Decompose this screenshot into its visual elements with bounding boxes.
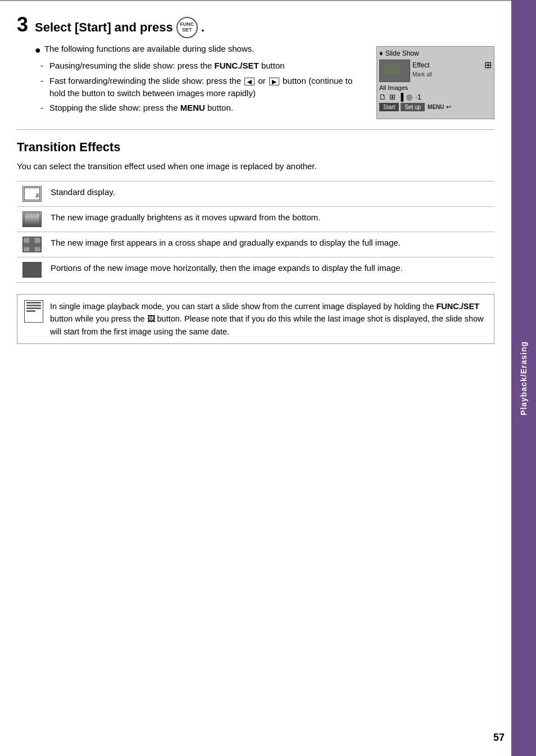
step-text-col: ● The following functions are available … [35, 44, 367, 117]
table-row: Portions of the new image move horizonta… [17, 257, 494, 282]
cam-icon-5: ·1 [415, 93, 421, 101]
svg-rect-6 [31, 214, 34, 215]
table-cell-text: Portions of the new image move horizonta… [45, 257, 494, 282]
icon-cell: ✕ [17, 181, 45, 206]
bullet-text: The following functions are available du… [44, 44, 255, 53]
cam-menu-btn: MENU [428, 104, 444, 110]
section-title: Transition Effects [17, 140, 494, 155]
step-content-row: ● The following functions are available … [35, 44, 494, 119]
note-line3 [26, 307, 41, 309]
cam-return-icon: ↩ [446, 103, 451, 111]
sidebar: Playback/Erasing [511, 0, 536, 756]
icon-cell [17, 257, 45, 282]
standard-icon: ✕ [22, 186, 42, 202]
bullet-dot: ● [35, 44, 41, 56]
svg-text:✕: ✕ [35, 194, 39, 200]
cam-right-col: Effect ⊞ Mark all [412, 60, 492, 82]
step-title-text: Select [Start] and press [35, 20, 173, 35]
note-box: In single image playback mode, you can s… [17, 294, 494, 345]
icon-cell [17, 232, 45, 257]
step-number: 3 [17, 15, 28, 35]
cam-all-images: All Images [379, 84, 492, 91]
cam-icon-2: ⊞ [389, 93, 396, 101]
transition-section: Transition Effects You can select the tr… [17, 140, 494, 344]
note-text-middle: button while you press the [50, 314, 144, 323]
dash-list: Pausing/resuming the slide show: press t… [40, 60, 367, 114]
cam-icon-4: ◎ [406, 93, 412, 101]
cam-icons-row: 🗋 ⊞ ▐ ◎ ·1 [379, 93, 492, 101]
horizontal-icon [22, 262, 42, 278]
effect-text-0: Standard display. [51, 187, 115, 197]
cam-effect-icon: ⊞ [484, 60, 492, 70]
sidebar-label: Playback/Erasing [519, 341, 528, 415]
step-section: 3 Select [Start] and press FUNCSET . ● T… [17, 17, 494, 130]
dash3-before: Stopping the slide show: press the [49, 103, 178, 112]
cam-mark-all: Mark all [412, 71, 492, 78]
cam-effect-row: Effect ⊞ [412, 60, 492, 70]
func-set-button-icon: FUNCSET [176, 17, 198, 38]
right-arrow-btn: ▶ [269, 78, 279, 85]
dash-item-1: Pausing/resuming the slide show: press t… [40, 60, 367, 72]
dash2-before: Fast forwarding/rewinding the slide show… [49, 76, 241, 85]
left-arrow-btn: ◀ [244, 78, 255, 85]
note-line2 [26, 305, 41, 306]
note-line4 [26, 310, 35, 312]
cam-title: Slide Show [385, 49, 419, 57]
dash2-or: or [258, 76, 265, 85]
svg-rect-5 [28, 214, 30, 215]
camera-ui: ♦ Slide Show Effect ⊞ Mark all [376, 46, 494, 119]
note-text-bold: FUNC./SET [437, 302, 480, 311]
table-cell-text: The new image first appears in a cross s… [45, 232, 494, 257]
section-intro: You can select the transition effect use… [17, 160, 494, 173]
dash3-bold: MENU [180, 103, 205, 112]
dash1-bold: FUNC./SET [215, 61, 259, 70]
main-content: 3 Select [Start] and press FUNCSET . ● T… [0, 0, 511, 756]
cam-start-btn[interactable]: Start [379, 103, 399, 111]
effect-text-3: Portions of the new image move horizonta… [51, 263, 403, 273]
note-icon [24, 300, 43, 323]
step-title: Select [Start] and press FUNCSET . [35, 17, 494, 38]
dash3-after: button. [207, 103, 233, 112]
camera-symbol-icon: 🖼 [147, 313, 155, 325]
note-text: In single image playback mode, you can s… [50, 300, 487, 338]
cross-icon [22, 237, 42, 252]
note-text-before: In single image playback mode, you can s… [50, 302, 434, 311]
effects-table: ✕ Standard display. [17, 181, 494, 283]
bullet-item: ● The following functions are available … [35, 44, 367, 56]
dash-item-3: Stopping the slide show: press the MENU … [40, 102, 367, 114]
step-title-period: . [201, 20, 205, 35]
step-body: Select [Start] and press FUNCSET . ● The… [35, 17, 494, 119]
svg-rect-4 [25, 214, 28, 215]
page-container: 3 Select [Start] and press FUNCSET . ● T… [0, 0, 536, 756]
table-cell-text: Standard display. [45, 181, 494, 206]
table-cell-text: The new image gradually brightens as it … [45, 206, 494, 232]
table-row: The new image first appears in a cross s… [17, 232, 494, 257]
svg-rect-0 [24, 188, 40, 200]
brighten-icon [22, 211, 42, 227]
cam-effect-label: Effect [412, 61, 429, 69]
effect-text-1: The new image gradually brightens as it … [51, 212, 320, 222]
svg-rect-14 [24, 243, 40, 247]
cam-title-bar: ♦ Slide Show [379, 49, 492, 57]
cam-btn-row: Start Set up MENU ↩ [379, 103, 492, 111]
dash1-end: button [261, 61, 285, 70]
slideshow-icon: ♦ [379, 49, 383, 57]
dash-item-2: Fast forwarding/rewinding the slide show… [40, 75, 367, 99]
effect-text-2: The new image first appears in a cross s… [51, 238, 401, 247]
icon-cell [17, 206, 45, 232]
table-row: The new image gradually brightens as it … [17, 206, 494, 232]
table-row: ✕ Standard display. [17, 181, 494, 206]
cam-thumbnail [379, 60, 410, 82]
cam-body: Effect ⊞ Mark all [379, 60, 492, 82]
page-number: 57 [493, 732, 505, 744]
cam-setup-btn[interactable]: Set up [401, 103, 425, 111]
cam-icon-1: 🗋 [379, 93, 387, 101]
note-line1 [26, 302, 41, 304]
dash1-before: Pausing/resuming the slide show: press t… [49, 61, 212, 70]
cam-icon-3: ▐ [398, 93, 403, 101]
svg-rect-7 [35, 214, 37, 215]
